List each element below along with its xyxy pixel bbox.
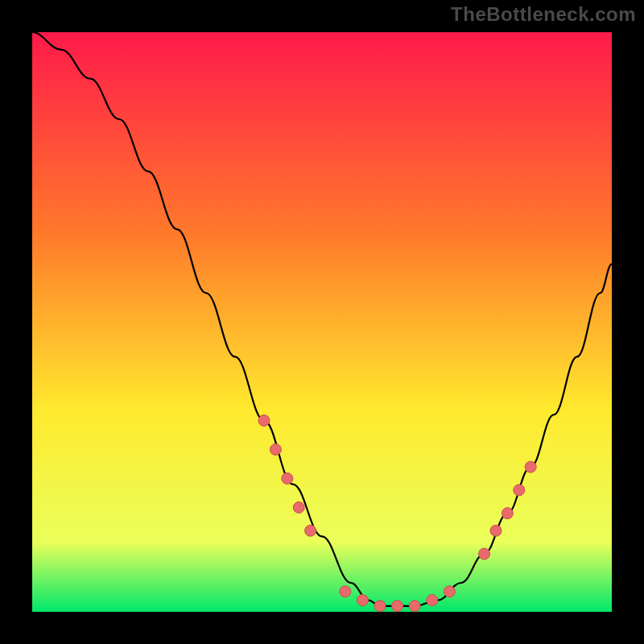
marker-dot — [270, 444, 281, 455]
marker-dot — [444, 586, 455, 597]
chart-frame: TheBottleneck.com — [0, 0, 644, 644]
marker-dot — [502, 508, 513, 519]
marker-dot — [340, 586, 351, 597]
marker-dot — [514, 485, 525, 496]
marker-dot — [293, 502, 304, 513]
marker-dot — [374, 601, 386, 612]
marker-dot — [427, 595, 438, 606]
marker-dot — [282, 473, 293, 484]
marker-dot — [258, 415, 270, 426]
marker-dot — [525, 461, 536, 473]
marker-dot — [392, 601, 403, 612]
marker-dot — [490, 525, 502, 536]
chart-svg — [32, 32, 612, 612]
marker-dot — [357, 595, 368, 606]
watermark-text: TheBottleneck.com — [451, 3, 636, 26]
marker-dot — [479, 548, 490, 559]
marker-dot — [305, 525, 316, 536]
plot-area — [32, 32, 612, 612]
marker-dot — [409, 601, 420, 612]
